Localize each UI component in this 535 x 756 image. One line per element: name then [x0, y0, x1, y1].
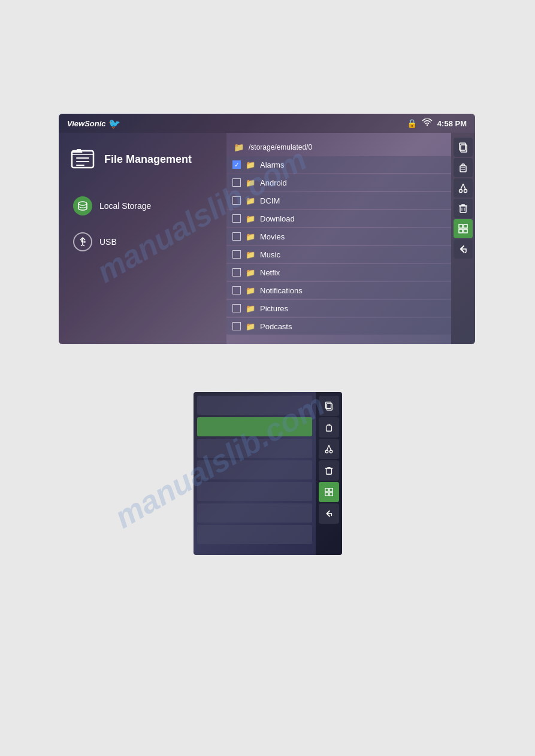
svg-rect-39: [325, 493, 328, 496]
file-row[interactable]: 📁Pictures: [226, 300, 451, 317]
file-checkbox[interactable]: [232, 322, 241, 330]
local-storage-item[interactable]: Local Storage: [68, 193, 217, 219]
wifi-icon: [422, 119, 433, 129]
bottom-file-row[interactable]: [197, 396, 312, 415]
folder-icon: 📁: [246, 304, 255, 313]
bottom-sidebar-buttons: [316, 392, 342, 555]
paste-button[interactable]: [454, 158, 473, 177]
bottom-file-row[interactable]: [197, 417, 312, 436]
delete-button[interactable]: [454, 199, 473, 218]
svg-rect-37: [325, 488, 328, 491]
folder-icon: 📁: [246, 322, 255, 331]
file-checkbox[interactable]: [232, 214, 241, 223]
svg-rect-9: [81, 240, 83, 242]
file-name: Alarms: [260, 160, 445, 169]
file-name: Podcasts: [260, 322, 445, 331]
folder-icon: 📁: [246, 232, 255, 241]
main-content: File Management Local Storage: [59, 133, 475, 344]
folder-icon: 📁: [246, 160, 255, 169]
bottom-file-row[interactable]: [197, 439, 312, 458]
svg-rect-38: [330, 488, 333, 491]
viewsonic-logo: ViewSonic 🐦: [67, 118, 120, 129]
svg-point-31: [325, 450, 328, 453]
svg-line-33: [327, 445, 329, 450]
file-row[interactable]: 📁Podcasts: [226, 318, 451, 335]
file-checkbox[interactable]: [232, 250, 241, 259]
status-bar-right: 🔒 4:58 PM: [407, 119, 467, 129]
time-display: 4:58 PM: [437, 119, 467, 128]
file-checkbox[interactable]: [232, 178, 241, 187]
logo-bird-icon: 🐦: [108, 118, 120, 129]
usb-item[interactable]: USB: [68, 229, 217, 255]
copy-button[interactable]: [454, 138, 473, 157]
file-name: Movies: [260, 232, 445, 241]
app-title-row: File Management: [68, 145, 217, 183]
svg-point-32: [330, 450, 332, 453]
svg-rect-24: [459, 224, 463, 228]
file-row[interactable]: 📁Download: [226, 210, 451, 227]
app-title: File Management: [104, 153, 192, 166]
bottom-copy-button[interactable]: [319, 396, 339, 416]
local-storage-label: Local Storage: [99, 201, 151, 211]
file-row[interactable]: 📁Movies: [226, 228, 451, 245]
path-row: 📁 /storage/emulated/0: [226, 139, 451, 156]
file-management-icon: [68, 145, 97, 174]
file-checkbox[interactable]: [232, 268, 241, 277]
bottom-file-row[interactable]: [197, 460, 312, 479]
svg-rect-30: [327, 426, 332, 431]
folder-icon: 📁: [246, 178, 255, 187]
svg-rect-40: [330, 493, 333, 496]
select-all-button[interactable]: [454, 219, 473, 238]
svg-line-7: [81, 245, 83, 246]
usb-label: USB: [99, 237, 117, 247]
file-row[interactable]: 📁Alarms: [226, 156, 451, 173]
svg-rect-27: [464, 229, 467, 233]
svg-rect-10: [84, 241, 85, 242]
bottom-back-button[interactable]: [319, 503, 339, 524]
bottom-file-row[interactable]: [197, 525, 312, 544]
file-name: Notifications: [260, 286, 445, 295]
svg-line-18: [461, 184, 463, 190]
bottom-cut-button[interactable]: [319, 439, 339, 459]
right-file-panel: 📁 /storage/emulated/0 📁Alarms📁Android📁DC…: [226, 133, 451, 344]
bottom-file-row[interactable]: [197, 503, 312, 523]
file-row[interactable]: 📁Android: [226, 174, 451, 191]
svg-line-8: [83, 245, 84, 246]
file-name: Download: [260, 214, 445, 223]
folder-icon: 📁: [246, 196, 255, 205]
bottom-screenshot: [194, 392, 342, 555]
svg-point-0: [427, 124, 428, 125]
cut-button[interactable]: [454, 178, 473, 198]
status-bar: ViewSonic 🐦 🔒 4:58 PM: [59, 114, 475, 133]
path-folder-icon: 📁: [234, 142, 244, 152]
file-checkbox[interactable]: [232, 232, 241, 241]
file-row[interactable]: 📁Netfix: [226, 264, 451, 281]
bottom-select-all-button[interactable]: [319, 482, 339, 502]
file-list: 📁Alarms📁Android📁DCIM📁Download📁Movies📁Mus…: [226, 156, 451, 335]
bottom-delete-button[interactable]: [319, 460, 339, 481]
usb-icon: [73, 232, 92, 251]
path-text: /storage/emulated/0: [249, 143, 312, 151]
logo-text: ViewSonic: [67, 119, 106, 128]
file-name: Music: [260, 250, 445, 259]
top-screenshot: ViewSonic 🐦 🔒 4:58 PM: [59, 114, 475, 344]
file-row[interactable]: 📁DCIM: [226, 192, 451, 209]
file-row[interactable]: 📁Music: [226, 246, 451, 263]
file-checkbox[interactable]: [232, 286, 241, 294]
bottom-file-row[interactable]: [197, 482, 312, 501]
file-checkbox[interactable]: [232, 196, 241, 205]
bottom-file-list: [194, 392, 316, 555]
file-checkbox[interactable]: [232, 304, 241, 312]
back-button[interactable]: [454, 239, 473, 259]
folder-icon: 📁: [246, 214, 255, 223]
folder-icon: 📁: [246, 268, 255, 277]
svg-point-5: [78, 202, 87, 205]
lock-icon: 🔒: [407, 119, 417, 128]
file-name: Netfix: [260, 268, 445, 277]
file-checkbox[interactable]: [232, 160, 241, 169]
file-row[interactable]: 📁Notifications: [226, 282, 451, 299]
bottom-paste-button[interactable]: [319, 417, 339, 438]
file-name: Android: [260, 178, 445, 187]
svg-rect-25: [464, 224, 467, 228]
svg-rect-35: [327, 468, 332, 474]
